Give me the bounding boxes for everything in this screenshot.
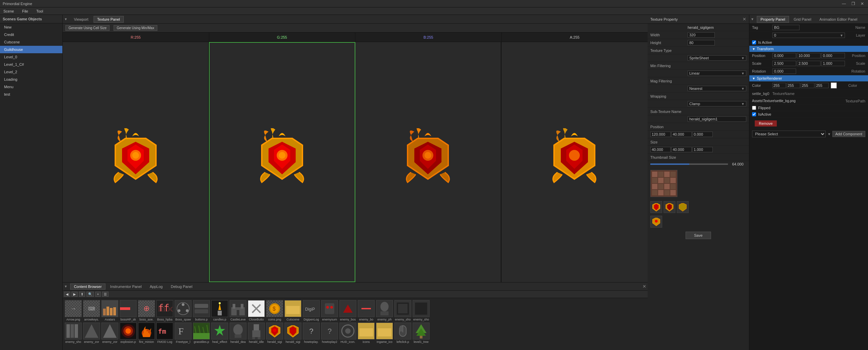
flipped-checkbox[interactable] <box>752 106 756 110</box>
content-item-enemyph[interactable]: enemy_ph <box>375 299 394 322</box>
content-item-ingameico[interactable]: Ingame_ico <box>375 322 394 344</box>
content-item-digipenlog[interactable]: DigiP DigipenLog <box>302 299 320 322</box>
close-button[interactable]: ✕ <box>859 1 865 6</box>
tab-instrumentor[interactable]: Instrumentor Panel <box>107 284 145 289</box>
tab-property-panel[interactable]: Property Panel <box>757 16 789 23</box>
content-item-enemybos[interactable]: enemy_bos <box>339 299 357 322</box>
scene-item-level2[interactable]: Level_2 <box>0 68 62 76</box>
content-item-enemybo2[interactable]: enemy_bo <box>357 299 375 322</box>
height-input[interactable] <box>688 40 715 45</box>
pos-z[interactable] <box>692 132 713 137</box>
size-y[interactable] <box>671 147 692 152</box>
menu-file[interactable]: File <box>21 8 29 14</box>
sprite-cell-1[interactable] <box>63 42 209 282</box>
tab-debug[interactable]: Debug Panel <box>167 284 196 289</box>
content-tool-6[interactable]: ☰ <box>102 292 108 297</box>
size-z[interactable] <box>692 147 713 152</box>
tab-viewport[interactable]: Viewport <box>70 16 92 23</box>
sprite-cell-2[interactable] <box>209 42 355 282</box>
content-item-healeffect[interactable]: heal_effect <box>211 322 229 344</box>
content-item-coins[interactable]: $ coins.png <box>265 299 284 322</box>
color-swatch[interactable] <box>831 82 837 89</box>
content-item-heralddea[interactable]: herald_dea <box>229 322 247 344</box>
content-item-fireminion[interactable]: fire_minion <box>137 322 156 344</box>
content-close-btn[interactable]: ✕ <box>643 284 646 289</box>
content-item-freetype[interactable]: F Freetype_l <box>174 322 192 344</box>
content-item-howtoplay1[interactable]: ? howtoplay. <box>302 322 320 344</box>
content-item-enemysho1[interactable]: enemy_sho <box>394 299 412 322</box>
content-item-bosshp[interactable]: bossHP_sk <box>119 299 137 322</box>
sprite-cell-3[interactable] <box>355 42 501 282</box>
is-active-checkbox[interactable] <box>752 40 756 44</box>
content-item-fmodlog[interactable]: fm FMOD Log <box>156 322 174 344</box>
wrapping-select[interactable]: Clamp ▼ <box>688 101 746 106</box>
pos-z-p[interactable] <box>821 53 845 58</box>
content-item-enemysum[interactable]: enemysum <box>320 299 339 322</box>
scale-z[interactable] <box>821 61 845 66</box>
content-item-candles[interactable]: candles.p <box>211 299 229 322</box>
content-item-bossspaw[interactable]: Boss_spaw <box>174 299 192 322</box>
content-item-heraldidle[interactable]: herald_idle <box>247 322 265 344</box>
content-item-bossaoe[interactable]: ⊕ boss_aoe. <box>137 299 156 322</box>
isactive-renderer-checkbox[interactable] <box>752 112 756 116</box>
tab-animation-editor[interactable]: Animation Editor Panel <box>816 16 861 22</box>
scene-item-new[interactable]: New <box>0 23 62 31</box>
content-item-leftclick[interactable]: leftclick.p <box>394 322 412 344</box>
maximize-button[interactable]: ❐ <box>850 1 856 6</box>
add-component-select[interactable]: Please Select <box>752 131 826 137</box>
content-item-explosion[interactable]: explosion.p <box>119 322 137 344</box>
remove-button[interactable]: Remove <box>755 120 777 127</box>
scale-x[interactable] <box>772 61 796 66</box>
content-item-icons[interactable]: icons <box>357 322 375 344</box>
size-x[interactable] <box>650 147 671 152</box>
color-a[interactable] <box>815 83 829 88</box>
content-item-grasstiles[interactable]: grasstiles.p <box>192 322 211 344</box>
pos-x-p[interactable] <box>772 53 796 58</box>
pos-y-p[interactable] <box>797 53 821 58</box>
content-item-bosshpb[interactable]: ffmod Boss_hpba <box>156 299 174 322</box>
scene-item-test[interactable]: test <box>0 91 62 98</box>
thumbsize-slider[interactable] <box>650 163 728 165</box>
content-item-arrowkeys[interactable]: ⌨ arrowkeys. <box>82 299 101 322</box>
menu-scene[interactable]: Scene <box>2 8 15 14</box>
pos-y[interactable] <box>671 132 692 137</box>
content-item-avatars[interactable]: Avatars <box>101 299 119 322</box>
minimize-button[interactable]: — <box>841 1 847 6</box>
window-controls[interactable]: — ❐ ✕ <box>841 1 865 6</box>
content-item-closebutto[interactable]: CloseButto <box>247 299 265 322</box>
menu-tool[interactable]: Tool <box>35 8 44 14</box>
texture-type-select[interactable]: SpriteSheet ▼ <box>688 55 746 61</box>
scene-item-level1c[interactable]: Level_1_C# <box>0 61 62 68</box>
save-button[interactable]: Save <box>686 232 711 239</box>
tab-grid-panel[interactable]: Grid Panel <box>790 16 815 22</box>
texture-prop-close[interactable]: ✕ <box>743 17 746 22</box>
content-item-castleleve[interactable]: CastleLeve <box>229 299 247 322</box>
tab-texture-panel[interactable]: Texture Panel <box>94 16 124 23</box>
content-item-enemysho3[interactable]: enemy_sho <box>64 322 82 344</box>
generate-minmax-btn[interactable]: Generate Using Min/Max <box>114 25 157 31</box>
color-g[interactable] <box>787 83 800 88</box>
content-item-hudicon[interactable]: HUD_icon. <box>339 322 357 344</box>
width-input[interactable] <box>688 32 715 38</box>
pos-x[interactable] <box>650 132 671 137</box>
scene-item-menu[interactable]: Menu <box>0 83 62 91</box>
content-item-heraldsigi1[interactable]: herald_sigi <box>265 322 284 344</box>
content-item-enemyzor2[interactable]: enemy_zor <box>101 322 119 344</box>
content-item-cutscene[interactable]: Cutscene <box>284 299 302 322</box>
sprite-cell-4[interactable] <box>501 42 648 282</box>
content-tool-3[interactable]: ⬆ <box>79 292 85 297</box>
color-b[interactable] <box>801 83 814 88</box>
mini-sprite-2[interactable] <box>664 201 675 213</box>
min-filter-select[interactable]: Linear ▼ <box>688 71 746 76</box>
add-component-button[interactable]: Add Component <box>832 131 866 137</box>
content-item-level1tree[interactable]: level1_tree <box>412 322 430 344</box>
content-item-howtoplay2[interactable]: ? howtoplay2 <box>320 322 339 344</box>
tab-content-browser[interactable]: Content Browser <box>70 284 105 290</box>
content-tool-5[interactable]: + <box>95 292 101 297</box>
content-item-heraldsigi2[interactable]: herald_sigi <box>284 322 302 344</box>
color-r[interactable] <box>772 83 786 88</box>
content-tool-1[interactable]: ◀ <box>64 292 70 297</box>
generate-cell-btn[interactable]: Generate Using Cell Size <box>65 25 110 31</box>
content-item-arrow[interactable]: → Arrow.png <box>64 299 82 322</box>
scene-item-cutscene[interactable]: Cutscene <box>0 38 62 46</box>
